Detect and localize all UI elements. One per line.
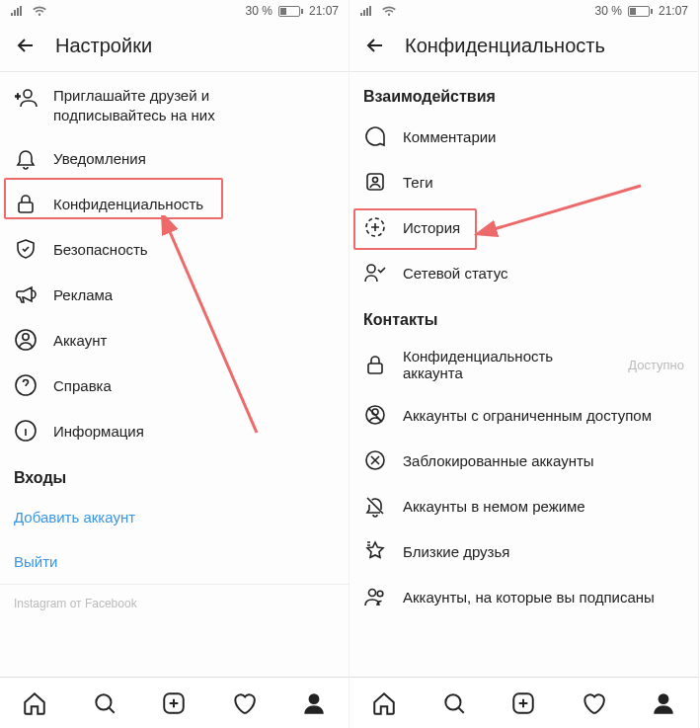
add-post-icon[interactable]: [510, 690, 536, 716]
menu-comments[interactable]: Комментарии: [350, 114, 698, 159]
close-friends-icon: [363, 539, 387, 563]
menu-label: Безопасность: [53, 241, 148, 258]
header: Настройки: [0, 22, 349, 71]
menu-label: подписывайтесь на них: [53, 106, 335, 125]
svg-point-21: [445, 694, 460, 709]
menu-blocked[interactable]: Заблокированные аккаунты: [350, 438, 698, 483]
menu-help[interactable]: Справка: [0, 363, 349, 408]
clock: 21:07: [659, 4, 688, 18]
screen-settings: 30 % 21:07 Настройки Приглашайте друзей …: [0, 0, 350, 728]
profile-icon[interactable]: [651, 690, 676, 716]
menu-label: Близкие друзья: [403, 543, 509, 560]
menu-account-privacy[interactable]: Конфиденциальность аккаунта Доступно: [350, 337, 698, 392]
menu-following[interactable]: Аккаунты, на которые вы подписаны: [350, 574, 698, 619]
svg-point-3: [23, 334, 29, 340]
lock-icon: [363, 353, 387, 376]
back-arrow-icon[interactable]: [363, 34, 387, 57]
tag-user-icon: [363, 170, 387, 194]
menu-security[interactable]: Безопасность: [0, 226, 349, 272]
svg-rect-14: [368, 364, 382, 373]
following-icon: [363, 585, 387, 608]
screen-privacy: 30 % 21:07 Конфиденциальность Взаимодейс…: [350, 0, 699, 728]
menu-label: Комментарии: [403, 128, 496, 145]
menu-activity-status[interactable]: Сетевой статус: [350, 250, 698, 295]
lock-icon: [14, 192, 38, 215]
svg-point-0: [24, 90, 32, 98]
svg-point-18: [369, 590, 376, 597]
menu-invite-friends[interactable]: Приглашайте друзей и подписывайтесь на н…: [0, 72, 349, 135]
battery-percent: 30 %: [595, 4, 622, 18]
page-title: Конфиденциальность: [405, 35, 605, 57]
svg-rect-1: [19, 202, 33, 212]
menu-label: Аккаунты, на которые вы подписаны: [403, 589, 655, 606]
signal-icon: [10, 5, 26, 17]
menu-label: История: [403, 219, 460, 236]
home-icon[interactable]: [22, 690, 47, 716]
menu-label: Теги: [403, 174, 433, 191]
menu-label: Уведомления: [53, 150, 146, 167]
menu-ads[interactable]: Реклама: [0, 272, 349, 317]
menu-trailing: Доступно: [628, 358, 684, 372]
section-contacts: Контакты: [350, 295, 698, 337]
page-title: Настройки: [55, 35, 152, 57]
bell-icon: [14, 146, 38, 170]
menu-account[interactable]: Аккаунт: [0, 317, 349, 363]
footer-note: Instagram от Facebook: [0, 584, 349, 622]
activity-status-icon: [363, 261, 387, 284]
menu-restricted[interactable]: Аккаунты с ограниченным доступом: [350, 392, 698, 438]
header: Конфиденциальность: [350, 22, 698, 71]
bottom-nav: [350, 677, 698, 728]
add-account-link[interactable]: Добавить аккаунт: [0, 495, 349, 539]
menu-label: Аккаунты с ограниченным доступом: [403, 407, 652, 424]
menu-tags[interactable]: Теги: [350, 159, 698, 204]
megaphone-icon: [14, 283, 38, 306]
logout-link[interactable]: Выйти: [0, 539, 349, 584]
status-bar: 30 % 21:07: [0, 0, 349, 22]
heart-icon[interactable]: [231, 690, 257, 716]
info-icon: [14, 419, 38, 443]
svg-point-19: [377, 591, 383, 597]
home-icon[interactable]: [371, 690, 397, 716]
battery-percent: 30 %: [246, 4, 272, 18]
shield-icon: [14, 237, 38, 261]
menu-muted[interactable]: Аккаунты в немом режиме: [350, 483, 698, 528]
blocked-icon: [363, 448, 387, 472]
bottom-nav: [0, 677, 349, 728]
section-interactions: Взаимодействия: [350, 72, 698, 114]
menu-story[interactable]: История: [350, 204, 698, 250]
menu-info[interactable]: Информация: [0, 408, 349, 453]
add-post-icon[interactable]: [161, 690, 187, 716]
add-user-icon: [14, 86, 38, 110]
status-bar: 30 % 21:07: [350, 0, 698, 22]
svg-point-7: [96, 694, 111, 709]
menu-label: Приглашайте друзей и: [53, 86, 335, 106]
menu-label: Реклама: [53, 286, 113, 303]
wifi-icon: [32, 5, 47, 17]
menu-label: Аккаунты в немом режиме: [403, 498, 585, 515]
menu-privacy[interactable]: Конфиденциальность: [0, 181, 349, 226]
svg-point-9: [308, 693, 319, 704]
menu-label: Заблокированные аккаунты: [403, 452, 594, 469]
menu-label: Аккаунт: [53, 332, 107, 349]
bell-off-icon: [363, 494, 387, 518]
story-add-icon: [363, 215, 387, 239]
svg-point-13: [367, 265, 375, 273]
menu-label: Сетевой статус: [403, 265, 508, 282]
battery-icon: [628, 6, 653, 17]
svg-point-11: [373, 178, 378, 183]
signal-icon: [359, 5, 375, 17]
menu-label: Конфиденциальность: [53, 196, 203, 212]
menu-label: Информация: [53, 423, 144, 440]
back-arrow-icon[interactable]: [14, 34, 38, 57]
wifi-icon: [381, 5, 397, 17]
search-icon[interactable]: [92, 690, 117, 716]
user-circle-icon: [14, 328, 38, 352]
menu-notifications[interactable]: Уведомления: [0, 135, 349, 181]
heart-icon[interactable]: [581, 690, 606, 716]
battery-icon: [278, 6, 303, 17]
svg-point-23: [658, 693, 668, 704]
profile-icon[interactable]: [301, 690, 327, 716]
menu-close-friends[interactable]: Близкие друзья: [350, 528, 698, 574]
search-icon[interactable]: [441, 690, 467, 716]
comment-icon: [363, 124, 387, 148]
